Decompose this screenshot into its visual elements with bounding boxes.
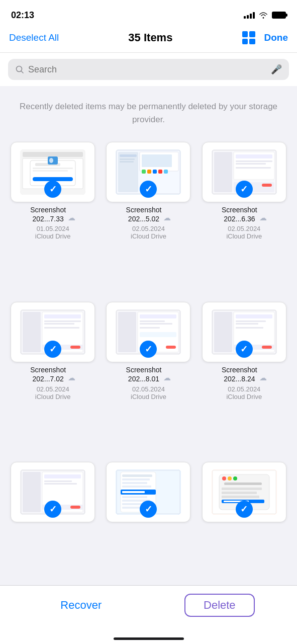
files-grid: Screenshot202...7.33 ☁ 01.05.2024 iCloud… <box>0 142 297 585</box>
list-item[interactable]: Screenshot202...6.36 ☁ 02.05.2024 iCloud… <box>200 142 289 292</box>
list-item[interactable]: Screenshot202...8.24 ☁ 02.05.2024 iCloud… <box>200 302 289 452</box>
svg-rect-47 <box>118 312 136 352</box>
info-text: Recently deleted items may be permanentl… <box>0 86 297 142</box>
svg-rect-37 <box>23 312 41 352</box>
list-item[interactable]: Screenshot202...7.33 ☁ 01.05.2024 iCloud… <box>8 142 97 292</box>
svg-rect-67 <box>23 472 41 512</box>
home-bar <box>114 637 184 640</box>
svg-rect-42 <box>44 327 79 329</box>
svg-rect-83 <box>122 496 147 498</box>
svg-rect-17 <box>120 161 134 163</box>
file-thumbnail[interactable] <box>202 302 286 362</box>
file-date: 02.05.2024 <box>37 385 69 393</box>
file-name: Screenshot202...6.36 <box>222 205 257 223</box>
svg-rect-40 <box>44 320 81 322</box>
svg-point-0 <box>17 66 22 72</box>
deselect-all-button[interactable]: Deselect All <box>9 32 59 43</box>
list-item[interactable]: Screenshot202...8.01 ☁ 02.05.2024 iCloud… <box>104 302 193 452</box>
grid-view-icon[interactable] <box>242 31 255 44</box>
svg-point-11 <box>49 158 53 163</box>
file-thumbnail[interactable] <box>106 302 190 362</box>
file-thumbnail[interactable] <box>11 462 95 522</box>
svg-rect-64 <box>262 346 272 349</box>
file-thumbnail[interactable] <box>11 142 95 202</box>
svg-rect-57 <box>214 312 232 352</box>
svg-rect-14 <box>118 152 138 192</box>
svg-rect-27 <box>214 152 232 192</box>
file-source: iCloud Drive <box>131 393 166 400</box>
svg-rect-93 <box>224 482 262 485</box>
svg-rect-49 <box>140 314 176 318</box>
svg-rect-23 <box>158 170 162 174</box>
delete-button[interactable]: Delete <box>184 594 255 617</box>
file-thumbnail[interactable] <box>106 462 190 522</box>
svg-rect-15 <box>120 154 137 157</box>
page-title: 35 Items <box>128 31 172 44</box>
cloud-upload-icon: ☁ <box>163 213 171 222</box>
svg-rect-70 <box>44 480 72 482</box>
file-source: iCloud Drive <box>35 232 71 240</box>
file-source: iCloud Drive <box>35 393 71 400</box>
svg-point-91 <box>228 476 232 480</box>
svg-rect-7 <box>33 168 73 169</box>
cloud-upload-icon: ☁ <box>259 213 267 222</box>
svg-rect-52 <box>140 327 160 329</box>
svg-rect-20 <box>142 170 146 174</box>
svg-rect-54 <box>166 346 176 349</box>
file-thumbnail[interactable] <box>202 462 286 522</box>
file-source: iCloud Drive <box>131 232 166 240</box>
svg-rect-95 <box>222 492 257 494</box>
selected-badge <box>236 501 253 518</box>
list-item[interactable] <box>104 462 193 577</box>
svg-rect-96 <box>222 496 259 498</box>
bottom-bar: Recover Delete <box>0 585 297 626</box>
file-name: Screenshot202...5.02 <box>126 205 162 223</box>
done-button[interactable]: Done <box>264 32 288 43</box>
search-input[interactable] <box>28 64 267 75</box>
selected-badge <box>140 501 157 518</box>
svg-rect-78 <box>122 478 150 480</box>
list-item[interactable] <box>8 462 97 577</box>
selected-badge <box>44 181 61 198</box>
file-thumbnail[interactable] <box>202 142 286 202</box>
svg-rect-53 <box>140 332 176 337</box>
svg-rect-24 <box>164 170 168 174</box>
file-date: 02.05.2024 <box>132 225 165 232</box>
cloud-upload-icon: ☁ <box>68 373 75 382</box>
svg-rect-82 <box>122 491 145 493</box>
svg-rect-16 <box>120 158 135 160</box>
search-bar: 🎤 <box>8 59 289 80</box>
file-name: Screenshot202...8.24 <box>222 365 257 383</box>
svg-rect-79 <box>122 482 147 484</box>
svg-rect-19 <box>142 154 172 167</box>
file-date: 02.05.2024 <box>228 385 260 393</box>
selected-badge <box>236 181 253 198</box>
list-item[interactable]: Screenshot202...5.02 ☁ 02.05.2024 iCloud… <box>104 142 193 292</box>
recover-button[interactable]: Recover <box>42 595 120 616</box>
battery-icon <box>272 12 286 19</box>
file-source: iCloud Drive <box>226 393 262 400</box>
svg-rect-60 <box>236 320 266 322</box>
cloud-upload-icon: ☁ <box>68 213 75 222</box>
file-thumbnail[interactable] <box>106 142 190 202</box>
svg-rect-8 <box>33 170 68 172</box>
list-item[interactable]: Screenshot202...7.02 ☁ 02.05.2024 iCloud… <box>8 302 97 452</box>
list-item[interactable] <box>200 462 289 577</box>
mic-icon[interactable]: 🎤 <box>271 64 282 75</box>
selected-badge <box>140 181 157 198</box>
nav-right: Done <box>242 31 288 44</box>
svg-point-92 <box>233 476 237 480</box>
svg-rect-39 <box>44 314 81 318</box>
svg-point-90 <box>222 476 226 480</box>
svg-rect-34 <box>262 184 272 187</box>
file-name: Screenshot202...7.02 <box>30 365 66 383</box>
selected-badge <box>140 341 157 358</box>
svg-rect-80 <box>122 486 151 488</box>
status-bar: 02:13 <box>0 0 297 26</box>
svg-rect-59 <box>236 314 272 318</box>
cloud-upload-icon: ☁ <box>163 373 171 382</box>
status-time: 02:13 <box>11 10 34 21</box>
file-thumbnail[interactable] <box>11 302 95 362</box>
selected-badge <box>44 341 61 358</box>
svg-rect-29 <box>236 154 272 158</box>
